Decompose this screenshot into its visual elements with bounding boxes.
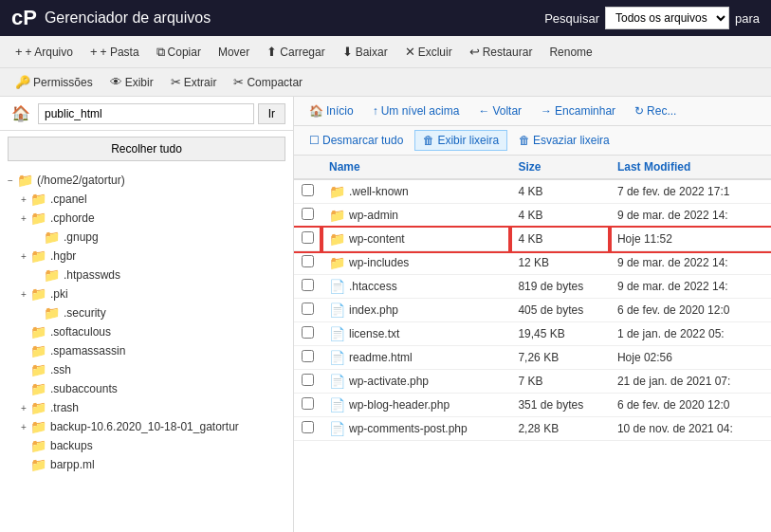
tree-item-subaccounts[interactable]: 📁 .subaccounts [0,379,293,398]
row-checkbox[interactable] [302,231,314,244]
table-row[interactable]: 📄 readme.html 7,26 KB Hoje 02:56 [294,346,771,370]
file-icon: 📄 [329,303,345,318]
arquivo-button[interactable]: + + Arquivo [8,42,81,62]
tree-item-cphorde[interactable]: + 📁 .cphorde [0,209,293,228]
table-row[interactable]: 📄 index.php 405 de bytes 6 de fev. de 20… [294,299,771,322]
row-modified: Hoje 02:56 [610,346,771,370]
table-row[interactable]: 📁 wp-includes 12 KB 9 de mar. de 2022 14… [294,251,771,275]
row-name-cell: 📁 wp-admin [321,204,510,228]
folder-icon: 📁 [30,211,46,226]
row-name-cell: 📁 wp-content [321,228,510,251]
ir-button[interactable]: Ir [258,103,285,124]
row-checkbox[interactable] [302,374,314,386]
tree-label: .security [64,306,106,320]
folder-icon: 📁 [30,419,46,434]
tree-label: .ssh [50,363,71,376]
tree-item-spamassassin[interactable]: 📁 .spamassassin [0,341,293,360]
voltar-button[interactable]: ← Voltar [470,101,529,120]
row-checkbox[interactable] [302,421,314,433]
um-nivel-button[interactable]: ↑ Um nível acima [365,101,468,120]
row-modified: 6 de fev. de 2020 12:0 [610,299,771,322]
extrair-button[interactable]: ✂ Extrair [163,72,225,92]
table-row[interactable]: 📄 wp-activate.php 7 KB 21 de jan. de 202… [294,370,771,394]
col-name[interactable]: Name [321,156,510,179]
table-row[interactable]: 📄 wp-blog-header.php 351 de bytes 6 de f… [294,394,771,417]
row-checkbox[interactable] [302,184,314,196]
tree-toggle: + [17,251,30,262]
tree-toggle: + [17,403,30,413]
row-modified: 9 de mar. de 2022 14: [610,275,771,299]
tree-item-root[interactable]: − 📁 (/home2/gatortur) [0,171,293,190]
table-row[interactable]: 📄 wp-comments-post.php 2,28 KB 10 de nov… [294,417,771,441]
empty-trash-icon: 🗑 [519,134,530,147]
esvaziar-lixeira-button[interactable]: 🗑 Esvaziar lixeira [511,131,617,150]
compactar-button[interactable]: ✂ Compactar [226,72,310,92]
row-checkbox[interactable] [302,255,314,267]
recarregar-button[interactable]: ↻ Rec... [627,101,684,120]
encaminhar-button[interactable]: → Encaminhar [533,101,623,120]
tree-item-trash[interactable]: + 📁 .trash [0,398,293,417]
excluir-button[interactable]: ✕ Excluir [397,42,460,62]
row-checkbox-cell [294,251,321,275]
table-row[interactable]: 📄 .htaccess 819 de bytes 9 de mar. de 20… [294,275,771,299]
path-input[interactable] [38,103,254,124]
baixar-button[interactable]: ⬇ Baixar [335,42,395,62]
table-row[interactable]: 📁 .well-known 4 KB 7 de fev. de 2022 17:… [294,179,771,204]
table-row[interactable]: 📄 license.txt 19,45 KB 1 de jan. de 2022… [294,322,771,346]
col-modified[interactable]: Last Modified [610,156,771,179]
tree-label: backup-10.6.2020_10-18-01_gatortur [50,420,239,433]
row-checkbox[interactable] [302,208,314,220]
cpanel-logo-icon: cP [11,6,37,30]
row-name-cell: 📁 wp-includes [321,251,510,275]
row-size: 12 KB [510,251,609,275]
row-checkbox[interactable] [302,350,314,362]
row-checkbox[interactable] [302,303,314,315]
row-checkbox[interactable] [302,279,314,291]
tree-item-hgbr[interactable]: + 📁 .hgbr [0,247,293,266]
col-size[interactable]: Size [510,156,609,179]
row-name-cell: 📁 .well-known [321,179,510,204]
tree-item-htpasswds[interactable]: 📁 .htpasswds [0,266,293,284]
row-name-cell: 📄 index.php [321,299,510,322]
row-size: 4 KB [510,204,609,228]
row-checkbox[interactable] [302,326,314,339]
mover-button[interactable]: Mover [211,43,257,62]
header: cP Gerenciador de arquivos Pesquisar Tod… [0,0,771,36]
tree-item-cpanel[interactable]: + 📁 .cpanel [0,190,293,209]
renome-button[interactable]: Renome [542,43,599,62]
file-icon: 📄 [329,374,345,389]
copiar-button[interactable]: ⧉ Copiar [149,42,209,63]
row-checkbox[interactable] [302,397,314,410]
tree-label: barpp.ml [50,458,95,471]
row-checkbox-cell [294,299,321,322]
permissoes-icon: 🔑 [15,75,30,89]
tree-item-ssh[interactable]: 📁 .ssh [0,360,293,379]
desmarcar-button[interactable]: ☐ Desmarcar tudo [302,131,411,150]
tree-item-softaculous[interactable]: 📁 .softaculous [0,322,293,341]
row-name: .well-known [349,185,409,198]
tree-item-security[interactable]: 📁 .security [0,303,293,322]
tree-label: .htpasswds [64,268,120,282]
tree-item-gnupg[interactable]: 📁 .gnupg [0,228,293,247]
exibir-lixeira-button[interactable]: 🗑 Exibir lixeira [414,130,507,151]
download-icon: ⬇ [342,45,353,59]
restaurar-button[interactable]: ↩ Restaurar [462,42,541,62]
pasta-button[interactable]: + + Pasta [83,42,147,62]
home-icon[interactable]: 🏠 [8,102,34,124]
search-select[interactable]: Todos os arquivos Apenas nomes Conteúdo [605,7,729,29]
exibir-button[interactable]: 👁 Exibir [102,72,161,92]
file-icon: 📄 [329,279,345,294]
carregar-button[interactable]: ⬆ Carregar [259,42,332,62]
tree-item-backups[interactable]: 📁 backups [0,436,293,455]
inicio-button[interactable]: 🏠 Início [302,101,361,120]
tree-item-backup[interactable]: + 📁 backup-10.6.2020_10-18-01_gatortur [0,417,293,436]
row-name-cell: 📄 wp-comments-post.php [321,417,510,441]
tree-item-barpp[interactable]: 📁 barpp.ml [0,455,293,474]
table-row[interactable]: 📁 wp-admin 4 KB 9 de mar. de 2022 14: [294,204,771,228]
recolher-button[interactable]: Recolher tudo [8,137,285,161]
table-row[interactable]: 📁 wp-content 4 KB Hoje 11:52 [294,228,771,251]
tree-item-pki[interactable]: + 📁 .pki [0,284,293,303]
permissoes-button[interactable]: 🔑 Permissões [8,72,101,92]
para-label: para [735,11,760,26]
forward-icon: → [541,104,552,118]
